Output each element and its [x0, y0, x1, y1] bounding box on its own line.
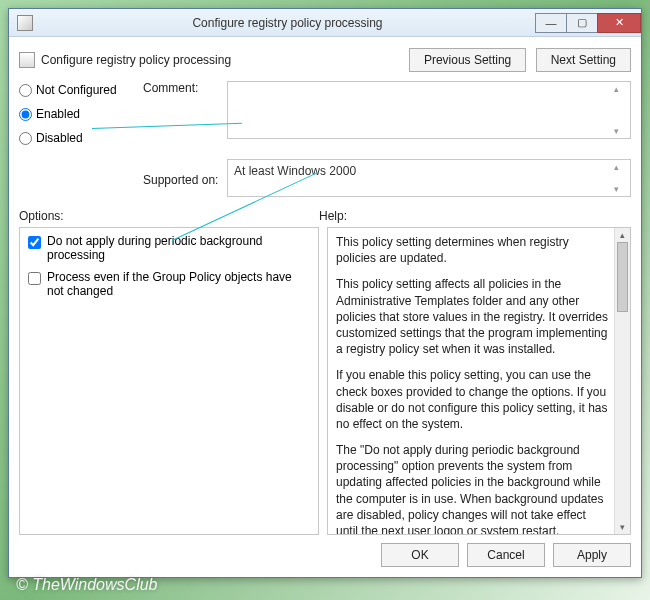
previous-setting-button[interactable]: Previous Setting [409, 48, 526, 72]
maximize-button[interactable]: ▢ [566, 13, 598, 33]
help-text: This policy setting determines when regi… [336, 234, 610, 535]
radio-not-configured[interactable]: Not Configured [19, 81, 139, 99]
apply-button[interactable]: Apply [553, 543, 631, 567]
help-p4: The "Do not apply during periodic backgr… [336, 442, 610, 535]
next-setting-button[interactable]: Next Setting [536, 48, 631, 72]
option-no-background[interactable]: Do not apply during periodic background … [28, 234, 310, 262]
ok-button[interactable]: OK [381, 543, 459, 567]
config-grid: Not Configured Enabled Disabled Comment:… [19, 81, 631, 197]
radio-disabled-label: Disabled [36, 131, 83, 145]
supported-label: Supported on: [143, 173, 223, 187]
scroll-thumb[interactable] [617, 242, 628, 312]
watermark: © TheWindowsClub [16, 576, 157, 594]
cancel-button[interactable]: Cancel [467, 543, 545, 567]
comment-input[interactable]: ▴▾ [227, 81, 631, 139]
comment-label: Comment: [143, 81, 223, 95]
radio-enabled-input[interactable] [19, 108, 32, 121]
options-label: Options: [19, 209, 319, 223]
help-label: Help: [319, 209, 347, 223]
help-p1: This policy setting determines when regi… [336, 234, 610, 266]
radio-disabled-input[interactable] [19, 132, 32, 145]
options-panel: Do not apply during periodic background … [19, 227, 319, 535]
scroll-up-icon[interactable]: ▴ [615, 228, 630, 242]
scroll-down-icon[interactable]: ▾ [615, 520, 630, 534]
supported-on-box: At least Windows 2000 ▴▾ [227, 159, 631, 197]
radio-enabled-label: Enabled [36, 107, 80, 121]
help-panel: This policy setting determines when regi… [327, 227, 631, 535]
option-no-background-checkbox[interactable] [28, 236, 41, 249]
supported-on-text: At least Windows 2000 [234, 164, 356, 178]
option-no-background-label: Do not apply during periodic background … [47, 234, 310, 262]
nav-buttons: Previous Setting Next Setting [403, 48, 631, 72]
header-row: Configure registry policy processing Pre… [19, 43, 631, 77]
dialog-window: Configure registry policy processing — ▢… [8, 8, 642, 578]
panels: Do not apply during periodic background … [19, 227, 631, 535]
help-p2: This policy setting affects all policies… [336, 276, 610, 357]
radio-disabled[interactable]: Disabled [19, 129, 139, 147]
panels-header: Options: Help: [19, 209, 631, 223]
policy-title: Configure registry policy processing [41, 53, 403, 67]
close-button[interactable]: ✕ [597, 13, 641, 33]
window-controls: — ▢ ✕ [536, 13, 641, 33]
titlebar[interactable]: Configure registry policy processing — ▢… [9, 9, 641, 37]
radio-not-configured-input[interactable] [19, 84, 32, 97]
dialog-content: Configure registry policy processing Pre… [9, 37, 641, 577]
supported-scroll[interactable]: ▴▾ [614, 162, 628, 194]
minimize-button[interactable]: — [535, 13, 567, 33]
option-process-unchanged-checkbox[interactable] [28, 272, 41, 285]
policy-icon [19, 52, 35, 68]
option-process-unchanged-label: Process even if the Group Policy objects… [47, 270, 310, 298]
window-title: Configure registry policy processing [39, 16, 536, 30]
radio-not-configured-label: Not Configured [36, 83, 117, 97]
app-icon [17, 15, 33, 31]
dialog-buttons: OK Cancel Apply [19, 535, 631, 567]
radio-enabled[interactable]: Enabled [19, 105, 139, 123]
option-process-unchanged[interactable]: Process even if the Group Policy objects… [28, 270, 310, 298]
help-scrollbar[interactable]: ▴ ▾ [614, 228, 630, 534]
help-p3: If you enable this policy setting, you c… [336, 367, 610, 432]
comment-scroll[interactable]: ▴▾ [614, 84, 628, 136]
